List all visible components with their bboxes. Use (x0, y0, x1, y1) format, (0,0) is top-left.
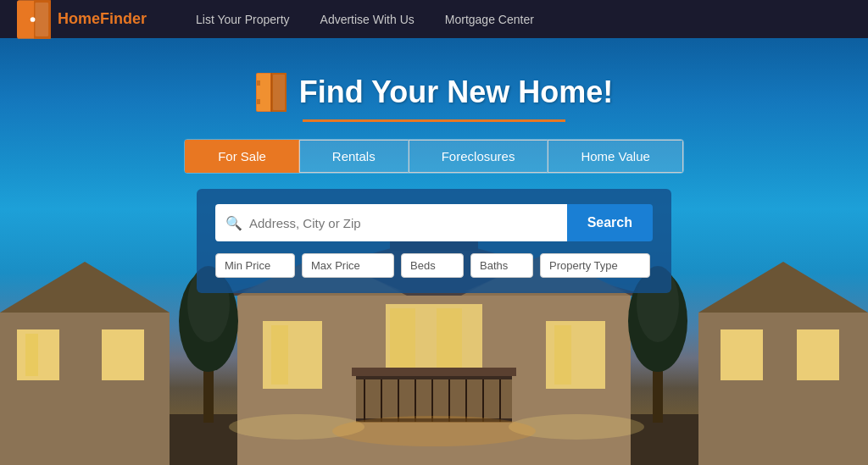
svg-rect-29 (352, 368, 516, 376)
content-overlay: Find Your New Home! For Sale Rentals For… (0, 38, 868, 293)
tabs-container: For Sale Rentals Foreclosures Home Value (184, 139, 684, 174)
search-input[interactable] (249, 216, 557, 230)
logo-home-text: Home (58, 10, 100, 27)
svg-rect-22 (271, 325, 288, 385)
nav-list-property[interactable]: List Your Property (181, 0, 305, 38)
logo-door-icon (17, 0, 51, 41)
title-row: Find Your New Home! (255, 72, 614, 113)
hero: Find Your New Home! For Sale Rentals For… (0, 38, 868, 465)
svg-rect-52 (273, 75, 285, 110)
svg-rect-9 (102, 329, 144, 380)
beds-select[interactable]: Beds 1+ 2+ 3+ 4+ 5+ (401, 253, 464, 278)
svg-rect-12 (721, 329, 763, 380)
svg-rect-30 (356, 376, 512, 379)
property-type-select[interactable]: Property Type Single Family Condo Townho… (540, 253, 650, 278)
search-row: 🔍 Search (215, 204, 653, 241)
svg-rect-24 (554, 325, 571, 385)
main-title: Find Your New Home! (299, 75, 614, 110)
tab-foreclosures[interactable]: Foreclosures (409, 140, 548, 173)
tab-rentals[interactable]: Rentals (299, 140, 409, 173)
svg-rect-53 (257, 74, 270, 111)
main-nav: List Your Property Advertise With Us Mor… (181, 0, 549, 38)
navbar: HomeFinder List Your Property Advertise … (0, 0, 868, 38)
baths-select[interactable]: Baths 1+ 2+ 3+ 4+ (470, 253, 533, 278)
svg-point-3 (31, 17, 36, 22)
logo-text: HomeFinder (58, 10, 147, 28)
title-underline (303, 119, 565, 122)
nav-mortgage[interactable]: Mortgage Center (430, 0, 549, 38)
svg-rect-56 (257, 99, 260, 104)
svg-point-49 (332, 416, 536, 446)
search-input-wrapper: 🔍 (215, 204, 567, 241)
search-box: 🔍 Search Min Price $50,000 $100,000 $200… (197, 189, 671, 293)
min-price-select[interactable]: Min Price $50,000 $100,000 $200,000 $300… (215, 253, 295, 278)
svg-rect-26 (390, 308, 415, 368)
tab-home-value[interactable]: Home Value (548, 140, 682, 173)
svg-rect-55 (257, 80, 260, 86)
title-area: Find Your New Home! (255, 72, 614, 122)
search-button[interactable]: Search (567, 204, 653, 241)
svg-rect-27 (437, 308, 462, 368)
max-price-select[interactable]: Max Price $100,000 $200,000 $300,000 $50… (302, 253, 394, 278)
svg-rect-2 (35, 3, 48, 36)
svg-rect-13 (797, 329, 839, 380)
filters-row: Min Price $50,000 $100,000 $200,000 $300… (215, 253, 653, 278)
title-door-icon (255, 72, 287, 113)
nav-advertise[interactable]: Advertise With Us (305, 0, 430, 38)
tab-for-sale[interactable]: For Sale (185, 140, 299, 173)
logo-area[interactable]: HomeFinder (17, 0, 147, 41)
logo-finder-text: Finder (100, 10, 147, 27)
svg-rect-8 (25, 334, 38, 376)
search-icon: 🔍 (225, 215, 242, 231)
